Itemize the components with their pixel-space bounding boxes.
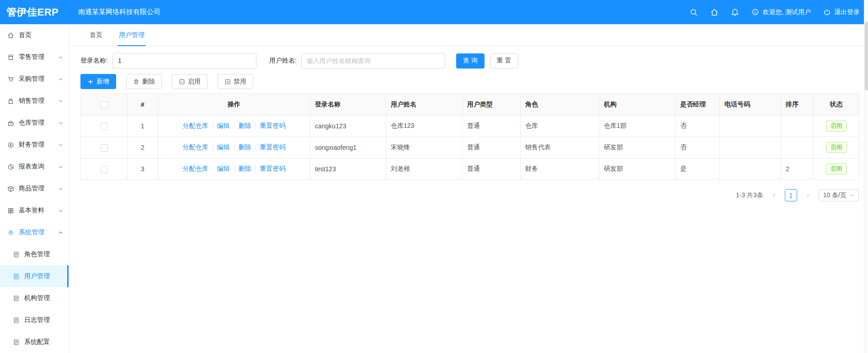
- reset-button[interactable]: 重 置: [490, 53, 518, 68]
- plus-icon: [87, 79, 94, 85]
- column-header-is-manager: 是否经理: [676, 94, 720, 116]
- enable-button[interactable]: 启用: [172, 74, 208, 89]
- sidebar-item-purchase-management[interactable]: 采购管理: [0, 68, 69, 90]
- sidebar-item-finance-management[interactable]: 财务管理: [0, 134, 69, 156]
- sidebar-item-org-management[interactable]: 机构管理: [0, 287, 69, 309]
- row-actions: 分配仓库编辑删除重置密码: [158, 158, 310, 180]
- reset-password-link[interactable]: 重置密码: [260, 122, 286, 129]
- divider: [256, 123, 256, 129]
- bell-icon[interactable]: [731, 8, 739, 16]
- edit-link[interactable]: 编辑: [217, 122, 230, 129]
- content-area: 登录名称: 用户姓名: 查 询 重 置 新增 删除 启用: [69, 46, 868, 201]
- login-name-input[interactable]: [112, 53, 256, 68]
- scrollbar[interactable]: [864, 0, 868, 353]
- sidebar-item-report-query[interactable]: 报表查询: [0, 156, 69, 178]
- status-badge[interactable]: 启用: [826, 121, 847, 132]
- delete-link[interactable]: 删除: [239, 165, 251, 172]
- add-button[interactable]: 新增: [80, 74, 116, 89]
- sidebar-item-label: 机构管理: [24, 294, 50, 302]
- app-logo[interactable]: 管伊佳ERP: [0, 5, 69, 19]
- table-toolbar: 新增 删除 启用 禁用: [80, 74, 859, 89]
- sidebar-item-retail-management[interactable]: 零售管理: [0, 46, 69, 68]
- sidebar-item-system-config[interactable]: 系统配置: [0, 331, 69, 353]
- assign-warehouse-link[interactable]: 分配仓库: [183, 143, 208, 151]
- cell-user-type: 普通: [463, 158, 521, 180]
- document-icon: [13, 251, 20, 258]
- table-row: 1 分配仓库编辑删除重置密码 cangku123 仓库123 普通 仓库 仓库1…: [81, 116, 859, 137]
- cell-role: 仓库: [521, 116, 599, 137]
- pagination: 1-3 共3条 1 10 条/页: [80, 189, 859, 201]
- reset-password-link[interactable]: 重置密码: [260, 165, 286, 172]
- chevron-left-icon: [772, 193, 777, 198]
- select-all-checkbox[interactable]: [101, 101, 108, 109]
- user-table: # 操作 登录名称 用户姓名 用户类型 角色 机构 是否经理 电话号码 排序 状…: [80, 94, 859, 180]
- sidebar-item-label: 零售管理: [19, 53, 44, 61]
- welcome-text: 欢迎您, 测试用户: [762, 8, 811, 16]
- cell-user-type: 普通: [463, 137, 521, 158]
- tab-user-management[interactable]: 用户管理: [117, 24, 146, 46]
- status-badge[interactable]: 启用: [826, 163, 847, 174]
- welcome-user[interactable]: 欢迎您, 测试用户: [751, 8, 811, 16]
- tab-home[interactable]: 首页: [88, 24, 104, 46]
- page-number-button[interactable]: 1: [785, 189, 797, 201]
- sidebar-item-label: 报表查询: [19, 163, 44, 171]
- table-row: 3 分配仓库编辑删除重置密码 test123 刘老根 普通 财务 研发部 是 2…: [81, 158, 859, 180]
- user-smile-icon: [751, 8, 759, 16]
- sidebar-item-system-management[interactable]: 系统管理: [0, 221, 69, 243]
- sidebar-item-warehouse-management[interactable]: 仓库管理: [0, 112, 69, 134]
- sidebar-item-label: 商品管理: [19, 184, 44, 193]
- cell-org: 研发部: [599, 158, 676, 180]
- page-size-select[interactable]: 10 条/页: [819, 189, 859, 201]
- cell-is-manager: 是: [676, 158, 720, 180]
- sidebar-item-log-management[interactable]: 日志管理: [0, 309, 69, 331]
- sidebar-item-label: 采购管理: [19, 75, 44, 83]
- cell-user-type: 普通: [463, 116, 521, 137]
- sidebar-item-label: 财务管理: [19, 141, 44, 149]
- sidebar-item-role-management[interactable]: 角色管理: [0, 243, 69, 265]
- search-button[interactable]: 查 询: [456, 53, 485, 68]
- sidebar-item-basic-data[interactable]: 基本资料: [0, 200, 69, 221]
- row-checkbox[interactable]: [101, 123, 108, 130]
- reset-password-link[interactable]: 重置密码: [260, 143, 286, 151]
- column-header-status: 状态: [814, 94, 859, 116]
- assign-warehouse-link[interactable]: 分配仓库: [183, 165, 208, 172]
- chevron-down-icon: [850, 193, 854, 198]
- home-icon: [7, 32, 14, 39]
- cell-login-name: test123: [310, 158, 386, 180]
- delete-button[interactable]: 删除: [126, 74, 162, 89]
- cell-sort: [781, 116, 814, 137]
- home-icon[interactable]: [710, 8, 719, 16]
- topbar-actions: 欢迎您, 测试用户 退出登录: [690, 8, 868, 16]
- delete-link[interactable]: 删除: [239, 122, 251, 129]
- sidebar-item-user-management[interactable]: 用户管理: [0, 265, 69, 287]
- delete-link[interactable]: 删除: [239, 143, 251, 151]
- sidebar-item-goods-management[interactable]: 商品管理: [0, 178, 69, 200]
- next-page-button[interactable]: [802, 189, 814, 201]
- sidebar-item-label: 用户管理: [24, 272, 50, 280]
- cell-login-name: songxiaofeng1: [310, 137, 386, 158]
- cell-is-manager: 否: [676, 116, 720, 137]
- divider: [256, 144, 256, 150]
- column-header-org: 机构: [599, 94, 676, 116]
- sidebar-item-sales-management[interactable]: 销售管理: [0, 90, 69, 112]
- status-badge[interactable]: 启用: [826, 142, 847, 153]
- scrollbar-thumb[interactable]: [865, 22, 868, 90]
- disable-button[interactable]: 禁用: [218, 74, 253, 89]
- grid-icon: [7, 207, 14, 214]
- search-icon[interactable]: [690, 8, 698, 16]
- chevron-up-icon: [58, 230, 63, 235]
- row-checkbox[interactable]: [101, 144, 108, 152]
- chevron-down-icon: [58, 208, 63, 213]
- row-checkbox[interactable]: [101, 166, 108, 173]
- logout-button[interactable]: 退出登录: [823, 8, 860, 16]
- edit-link[interactable]: 编辑: [217, 143, 230, 151]
- prev-page-button[interactable]: [768, 189, 780, 201]
- assign-warehouse-link[interactable]: 分配仓库: [183, 122, 208, 129]
- disable-button-label: 禁用: [234, 78, 246, 86]
- sidebar-item-home[interactable]: 首页: [0, 24, 69, 46]
- divider: [213, 166, 213, 172]
- user-name-input[interactable]: [301, 53, 445, 68]
- column-header-index: #: [128, 94, 158, 116]
- edit-link[interactable]: 编辑: [217, 165, 230, 172]
- column-header-login-name: 登录名称: [310, 94, 386, 116]
